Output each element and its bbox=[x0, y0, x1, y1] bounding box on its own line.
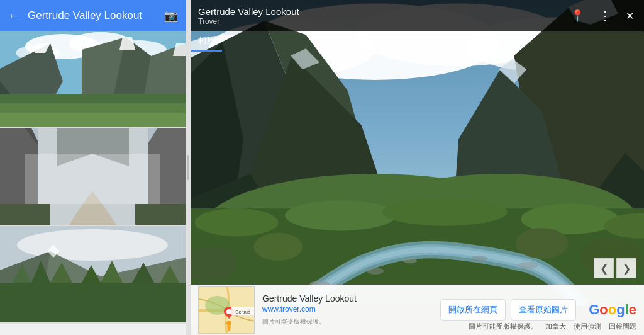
right-panel: Gertrude Valley Lookout Trover 📍 ⋮ ✕ 相片 bbox=[191, 0, 644, 335]
svg-rect-14 bbox=[0, 113, 186, 127]
left-panel-title: Gertrude Valley Lookout bbox=[28, 9, 157, 22]
view-original-button[interactable]: 查看原始圖片 bbox=[511, 299, 576, 321]
more-options-icon[interactable]: ⋮ bbox=[597, 6, 613, 25]
left-panel: ← Gertrude Valley Lookout 📷 bbox=[0, 0, 186, 335]
close-button[interactable]: ✕ bbox=[623, 8, 636, 25]
svg-point-69 bbox=[471, 256, 487, 261]
list-item[interactable] bbox=[0, 128, 186, 226]
lightbox-title-area: Gertrude Valley Lookout Trover bbox=[198, 6, 568, 26]
svg-rect-23 bbox=[135, 204, 186, 225]
prev-button[interactable]: ❮ bbox=[594, 258, 614, 278]
open-page-button[interactable]: 開啟所在網頁 bbox=[440, 299, 506, 321]
panel-divider[interactable] bbox=[186, 0, 191, 335]
svg-text:Gertrud: Gertrud bbox=[235, 310, 250, 314]
svg-point-63 bbox=[382, 198, 508, 226]
lightbox-header-actions: 📍 ⋮ ✕ bbox=[568, 6, 636, 25]
bottom-report[interactable]: 回報問題 bbox=[609, 322, 636, 331]
list-item[interactable] bbox=[0, 226, 186, 324]
pin-icon[interactable]: 📍 bbox=[568, 6, 587, 25]
bottom-actions-row: 圖片可能受版權保護。 加拿大 使用偵測 回報問題 bbox=[469, 322, 636, 331]
location-url[interactable]: www.trover.com bbox=[262, 305, 433, 314]
svg-rect-22 bbox=[0, 204, 50, 225]
svg-point-68 bbox=[403, 258, 417, 263]
left-header: ← Gertrude Valley Lookout 📷 bbox=[0, 0, 186, 31]
action-buttons: 開啟所在網頁 查看原始圖片 bbox=[440, 299, 576, 321]
svg-point-61 bbox=[195, 208, 278, 236]
map-thumbnail: Gertrud bbox=[198, 286, 255, 334]
photo-list bbox=[0, 31, 186, 335]
back-button[interactable]: ← bbox=[8, 8, 20, 23]
svg-point-74 bbox=[516, 228, 569, 259]
list-item[interactable] bbox=[0, 31, 186, 128]
main-image: Gertrud Gertrude Valley Lookout www.trov… bbox=[191, 0, 644, 335]
bottom-detect[interactable]: 使用偵測 bbox=[574, 322, 601, 331]
svg-point-62 bbox=[285, 200, 396, 231]
svg-point-67 bbox=[367, 268, 383, 275]
svg-rect-24 bbox=[25, 154, 160, 204]
location-info: Gertrude Valley Lookout www.trover.com 圖… bbox=[262, 291, 433, 329]
lightbox-header: Gertrude Valley Lookout Trover 📍 ⋮ ✕ bbox=[191, 0, 644, 31]
svg-point-86 bbox=[226, 321, 231, 326]
location-name: Gertrude Valley Lookout bbox=[262, 293, 433, 304]
tab-photos[interactable]: 相片 bbox=[191, 31, 222, 52]
svg-point-70 bbox=[518, 262, 538, 269]
camera-icon[interactable]: 📷 bbox=[164, 9, 178, 23]
nav-arrows: ❮ ❯ bbox=[594, 258, 636, 278]
svg-rect-29 bbox=[0, 283, 186, 322]
copyright-note: 圖片可能受版權保護。 bbox=[262, 317, 433, 326]
svg-point-85 bbox=[226, 309, 231, 314]
svg-marker-87 bbox=[227, 326, 231, 331]
lightbox-title: Gertrude Valley Lookout bbox=[198, 6, 568, 17]
bottom-add-large[interactable]: 加拿大 bbox=[545, 322, 566, 331]
bottom-copyright: 圖片可能受版權保護。 bbox=[469, 322, 538, 331]
lightbox-subtitle: Trover bbox=[198, 17, 568, 26]
next-button[interactable]: ❯ bbox=[616, 258, 636, 278]
svg-point-73 bbox=[254, 233, 303, 261]
google-logo: Google bbox=[589, 302, 636, 318]
